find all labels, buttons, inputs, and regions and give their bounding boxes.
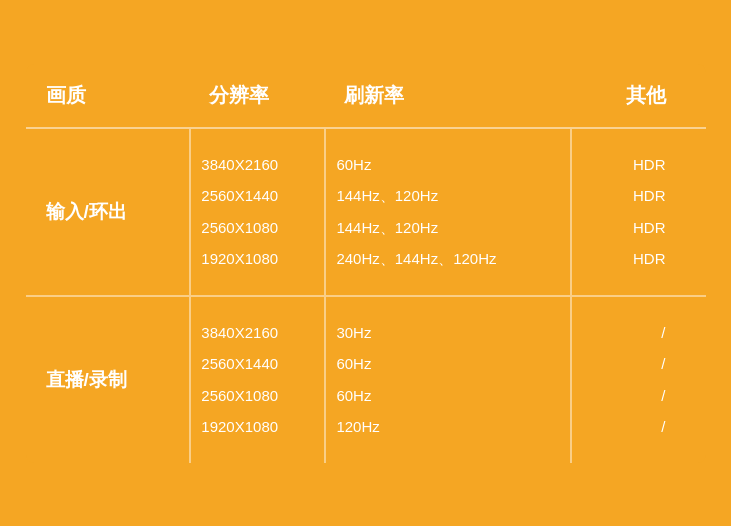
other-value: / xyxy=(592,380,665,412)
other-value: HDR xyxy=(592,149,665,181)
resolution-value: 3840X2160 xyxy=(201,149,314,181)
other-value: / xyxy=(592,348,665,380)
header-quality: 画质 xyxy=(26,64,190,127)
resolution-value: 2560X1080 xyxy=(201,212,314,244)
refresh-value: 144Hz、120Hz xyxy=(336,180,560,212)
resolution-value: 3840X2160 xyxy=(201,317,314,349)
refresh-value: 60Hz xyxy=(336,380,560,412)
other-col-0: HDRHDRHDRHDR xyxy=(570,129,705,295)
header-resolution: 分辨率 xyxy=(189,64,324,127)
refresh-col-0: 60Hz144Hz、120Hz144Hz、120Hz240Hz、144Hz、12… xyxy=(324,129,570,295)
resolution-value: 2560X1440 xyxy=(201,348,314,380)
refresh-value: 120Hz xyxy=(336,411,560,443)
resolutions-col-0: 3840X21602560X14402560X10801920X1080 xyxy=(189,129,324,295)
spec-table: 画质 分辨率 刷新率 其他 输入/环出3840X21602560X1440256… xyxy=(26,64,706,463)
section-label-1: 直播/录制 xyxy=(26,297,190,463)
resolution-value: 2560X1440 xyxy=(201,180,314,212)
header-refresh: 刷新率 xyxy=(324,64,570,127)
refresh-col-1: 30Hz60Hz60Hz120Hz xyxy=(324,297,570,463)
resolution-value: 1920X1080 xyxy=(201,411,314,443)
resolutions-col-1: 3840X21602560X14402560X10801920X1080 xyxy=(189,297,324,463)
other-value: / xyxy=(592,317,665,349)
other-value: HDR xyxy=(592,212,665,244)
table-row: 直播/录制3840X21602560X14402560X10801920X108… xyxy=(26,297,706,463)
resolution-value: 2560X1080 xyxy=(201,380,314,412)
other-value: / xyxy=(592,411,665,443)
table-header: 画质 分辨率 刷新率 其他 xyxy=(26,64,706,127)
refresh-value: 60Hz xyxy=(336,348,560,380)
refresh-value: 144Hz、120Hz xyxy=(336,212,560,244)
section-label-0: 输入/环出 xyxy=(26,129,190,295)
refresh-value: 60Hz xyxy=(336,149,560,181)
refresh-value: 240Hz、144Hz、120Hz xyxy=(336,243,560,275)
other-value: HDR xyxy=(592,243,665,275)
other-value: HDR xyxy=(592,180,665,212)
resolution-value: 1920X1080 xyxy=(201,243,314,275)
header-other: 其他 xyxy=(570,64,705,127)
refresh-value: 30Hz xyxy=(336,317,560,349)
table-row: 输入/环出3840X21602560X14402560X10801920X108… xyxy=(26,129,706,295)
other-col-1: //// xyxy=(570,297,705,463)
